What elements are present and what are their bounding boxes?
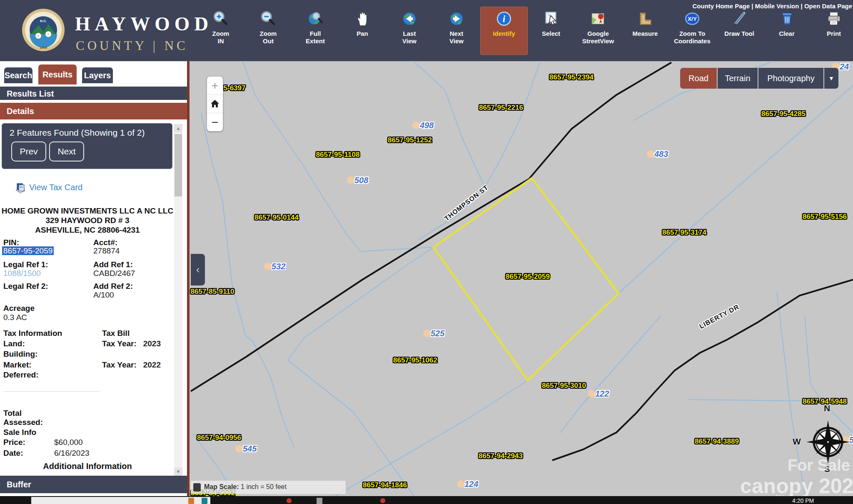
prev-button[interactable]: Prev	[11, 142, 46, 161]
tool-label: FullExtent	[292, 30, 339, 45]
taskbar-teal-icon[interactable]	[202, 498, 207, 504]
parcel-id-label: 8657-94-0956	[197, 434, 241, 442]
next-button[interactable]: Next	[49, 142, 84, 161]
view-tax-card-link[interactable]: View Tax Card	[15, 183, 82, 194]
basemap-photography-button[interactable]: Photography	[758, 68, 823, 89]
svg-text:X/Y: X/Y	[688, 16, 697, 22]
scroll-down-arrow[interactable]: ▼	[174, 467, 182, 476]
zoom-in-button[interactable]: +	[207, 77, 223, 94]
tool-label: LastView	[386, 30, 433, 45]
view-tax-card-label: View Tax Card	[29, 183, 82, 192]
parcel-id-label: 8657-95-0144	[254, 214, 299, 222]
legal-ref1-link[interactable]: 1088/1500	[3, 269, 41, 278]
basemap-dropdown-button[interactable]: ▼	[824, 68, 838, 89]
price-label: Price:	[3, 438, 25, 447]
map-scale-bar: Map Scale: 1 inch = 50 feet	[191, 481, 346, 494]
tool-print[interactable]: Print	[810, 7, 853, 55]
sidebar-collapse-button[interactable]: ‹	[191, 254, 205, 286]
parcel-id-label: 8657-94-2943	[479, 452, 523, 460]
pencil-icon	[716, 10, 763, 29]
seal-year: 1808	[40, 46, 47, 50]
total-label: Total	[3, 409, 22, 418]
tool-label: ZoomIN	[197, 30, 244, 45]
parcel-id-label: 5-6397	[224, 84, 246, 92]
divider	[3, 391, 100, 392]
map-canvas[interactable]: 5-63978657-95-23948657-95-22168657-95-12…	[190, 61, 853, 496]
tool-zoom-to-coordinates[interactable]: X/YZoom ToCoordinates	[668, 7, 716, 55]
taskbar-red-badge2-icon[interactable]	[380, 498, 385, 503]
taskbar-red-badge-icon[interactable]	[287, 498, 292, 503]
taskbar-window-icon[interactable]	[317, 498, 322, 504]
zoom-out-button[interactable]: −	[207, 113, 223, 131]
parcel-id-label: 8657-94-1846	[363, 481, 407, 489]
tool-label: Draw Tool	[716, 30, 763, 37]
date-value: 6/16/2023	[54, 449, 90, 458]
canopy-watermark: canopy 2023	[740, 474, 853, 496]
tab-layers[interactable]: Layers	[82, 67, 113, 83]
parcel-id-label: 8657-95-1108	[316, 151, 360, 159]
tool-label: Zoom ToCoordinates	[668, 30, 716, 45]
os-taskbar: 4:20 PM	[0, 496, 853, 504]
tool-label: Measure	[621, 30, 669, 37]
tool-identify[interactable]: iIdentify	[480, 7, 528, 55]
tool-pan[interactable]: Pan	[339, 7, 386, 55]
tool-full-extent[interactable]: FullExtent	[292, 7, 339, 55]
details-header[interactable]: Details	[0, 103, 187, 119]
tool-select[interactable]: Select	[527, 7, 575, 55]
address-point-dot	[235, 445, 243, 452]
tab-results[interactable]: Results	[38, 65, 77, 84]
tool-clear[interactable]: Clear	[763, 7, 811, 55]
tool-zoom-out[interactable]: ZoomOut	[244, 7, 292, 55]
address-point-dot	[647, 150, 654, 158]
home-button[interactable]	[207, 94, 223, 113]
parcel-id-label: 8657-95-1062	[393, 356, 437, 365]
parcel-boundary-line	[619, 85, 853, 293]
market-label: Market:	[3, 360, 32, 370]
scrollbar-thumb[interactable]	[175, 134, 182, 196]
parcel-id-label: 8657-95-3174	[662, 228, 706, 237]
brand-subtitle: COUNTY | NC	[76, 38, 188, 53]
address-point-dot	[423, 330, 431, 337]
address-point-dot	[347, 176, 354, 184]
xy-icon: X/Y	[668, 10, 716, 29]
parcel-id-label: 8657-94-3889	[695, 437, 739, 446]
parcel-id-label: 8657-95-1252	[388, 136, 432, 144]
results-list-header[interactable]: Results List	[0, 87, 187, 101]
ruler-icon	[621, 10, 669, 29]
assessed-label: Assessed:	[3, 418, 43, 427]
feature-count-status: 2 Features Found (Showing 1 of 2)	[10, 128, 145, 138]
tax-card-icon	[15, 183, 26, 194]
tool-last-view[interactable]: LastView	[386, 7, 433, 55]
taskbar-hand-icon[interactable]	[188, 498, 194, 504]
map-zoom-control: + −	[207, 76, 223, 132]
tool-next-view[interactable]: NextView	[433, 7, 480, 55]
tool-google-streetview[interactable]: GoogleStreetView	[574, 7, 622, 55]
taskbar-clock: 4:20 PM	[792, 497, 814, 504]
parcel-boundary-line	[288, 247, 434, 496]
pin-value: 8657-95-2059	[2, 246, 54, 255]
tab-search[interactable]: Search	[4, 67, 32, 83]
sidebar-panel: Search Results Layers Results List Detai…	[0, 61, 190, 496]
buffer-header[interactable]: Buffer	[0, 476, 187, 493]
additional-information-link[interactable]: Additional Information	[0, 462, 175, 471]
tool-draw-tool[interactable]: Draw Tool	[716, 7, 763, 55]
address-number-label: 532	[272, 262, 285, 271]
parcel-id-label: 8657-85-9110	[191, 288, 234, 296]
tax-year1-label: Tax Year:	[102, 339, 137, 348]
tool-zoom-in[interactable]: ZoomIN	[197, 7, 244, 55]
printer-icon	[810, 10, 853, 29]
building-label: Building:	[3, 350, 37, 359]
tool-label: ZoomOut	[244, 30, 292, 45]
basemap-terrain-button[interactable]: Terrain	[718, 68, 758, 89]
basemap-road-button[interactable]: Road	[680, 68, 717, 89]
tool-measure[interactable]: Measure	[621, 7, 669, 55]
address-point-dot	[264, 263, 272, 270]
taskbar-app-strip[interactable]	[31, 497, 210, 504]
scroll-up-arrow[interactable]: ▲	[174, 124, 182, 132]
acreage-value: 0.3 AC	[3, 313, 27, 322]
parcel-boundary-line	[360, 247, 434, 251]
address-number-label: 24	[840, 62, 849, 72]
svg-text:i: i	[503, 13, 506, 24]
sidebar-scrollbar[interactable]: ▲ ▼	[174, 124, 182, 476]
parcel-id-label: 8657-95-2394	[549, 73, 594, 82]
